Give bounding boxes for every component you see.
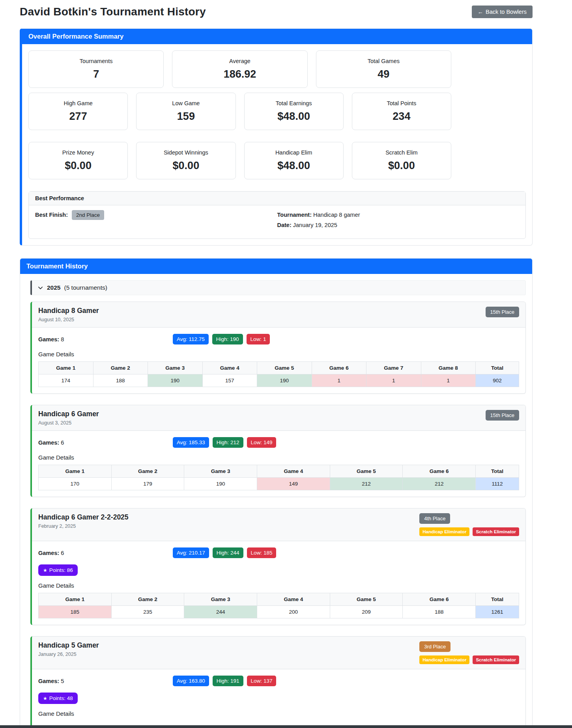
best-performance-body: Best Finish: 2nd Place Tournament: Handi… xyxy=(29,205,525,238)
stat-value: $0.00 xyxy=(140,160,231,172)
game-details-table: Game 1Game 2Game 3Game 4Game 5Game 6Tota… xyxy=(38,465,519,490)
games-count: 5 xyxy=(61,678,64,684)
score-stat-badge: Avg: 112.75 xyxy=(173,334,209,344)
stat-value: 7 xyxy=(33,68,159,80)
game-score-cell: 1261 xyxy=(476,606,519,618)
best-date-value: January 19, 2025 xyxy=(293,222,337,228)
stat-label: Scratch Elim xyxy=(356,149,447,156)
game-column-header: Total xyxy=(476,593,519,606)
stats-grid: Tournaments 7 Average 186.92 Total Games… xyxy=(28,50,526,179)
games-count: 6 xyxy=(61,550,64,556)
game-column-header: Game 4 xyxy=(202,362,257,374)
stat-value: $0.00 xyxy=(33,160,123,172)
points-row: ★Points: 86 xyxy=(38,564,519,576)
tournament-card-body: Games: 6 Avg: 210.17High: 244Low: 185 ★P… xyxy=(32,541,525,625)
game-column-header: Game 2 xyxy=(111,465,184,478)
eliminator-badges: Handicap EliminatorScratch Eliminator xyxy=(419,655,519,664)
stat-value: 159 xyxy=(140,110,231,123)
stat-label: Total Earnings xyxy=(249,100,339,106)
eliminator-badge: Handicap Eliminator xyxy=(419,527,469,536)
tournament-card-body: Games: 8 Avg: 112.75High: 190Low: 1 Game… xyxy=(32,328,525,393)
chevron-down-icon xyxy=(37,285,43,291)
stat-box: Prize Money $0.00 xyxy=(28,142,128,179)
back-button-label: Back to Bowlers xyxy=(486,9,527,15)
tournament-badges-block: 3rd Place Handicap EliminatorScratch Eli… xyxy=(419,641,519,664)
games-count: 6 xyxy=(61,439,64,446)
stats-row: High Game 277 Low Game 159 Total Earning… xyxy=(28,93,451,130)
stat-value: 49 xyxy=(320,68,447,80)
tournament-card-header: Handicap 6 Gamer 2-2-2025 February 2, 20… xyxy=(32,508,525,541)
game-column-header: Game 6 xyxy=(403,593,476,606)
game-column-header: Game 4 xyxy=(257,593,330,606)
stat-value: 186.92 xyxy=(176,68,303,80)
games-row: Games: 6 Avg: 185.33High: 212Low: 149 xyxy=(38,437,519,448)
stat-label: Sidepot Winnings xyxy=(140,149,231,156)
tournament-history-card: Tournament History 2025 (5 tournaments) … xyxy=(20,258,533,728)
game-column-header: Total xyxy=(476,362,519,374)
score-stat-badge: High: 190 xyxy=(212,334,243,344)
stats-row: Tournaments 7 Average 186.92 Total Games… xyxy=(28,50,451,88)
score-stat-badge: Low: 137 xyxy=(247,676,277,686)
year-label: 2025 xyxy=(47,284,60,291)
points-badge: ★Points: 86 xyxy=(38,564,78,576)
best-finish-badge: 2nd Place xyxy=(72,210,104,220)
tournament-title-block: Handicap 6 Gamer 2-2-2025 February 2, 20… xyxy=(38,513,129,536)
game-column-header: Game 4 xyxy=(257,465,330,478)
game-column-header: Game 2 xyxy=(111,593,184,606)
history-card-header: Tournament History xyxy=(20,259,532,274)
game-score-cell: 1 xyxy=(366,374,421,387)
stats-row: Prize Money $0.00 Sidepot Winnings $0.00… xyxy=(28,142,451,179)
stat-box: Handicap Elim $48.00 xyxy=(244,142,344,179)
games-count-block: Games: 6 xyxy=(38,550,173,556)
page-header: David Botkin's Tournament History ← Back… xyxy=(20,0,533,18)
game-score-cell: 212 xyxy=(403,478,476,490)
tournament-title-block: Handicap 5 Gamer January 26, 2025 xyxy=(38,641,99,664)
game-score-cell: 185 xyxy=(39,606,112,618)
game-column-header: Total xyxy=(476,465,519,478)
eliminator-badge: Scratch Eliminator xyxy=(473,655,519,664)
stat-box: Scratch Elim $0.00 xyxy=(352,142,451,179)
tournament-card-body: Games: 6 Avg: 185.33High: 212Low: 149 Ga… xyxy=(32,431,525,497)
stat-value: $0.00 xyxy=(356,160,447,172)
games-count-block: Games: 6 xyxy=(38,439,173,446)
best-date-label: Date: xyxy=(277,222,292,228)
summary-card-body: Tournaments 7 Average 186.92 Total Games… xyxy=(22,44,532,245)
tournament-date: August 3, 2025 xyxy=(38,420,99,426)
best-tournament-label: Tournament: xyxy=(277,212,312,218)
score-stat-badges: Avg: 210.17High: 244Low: 185 xyxy=(173,547,280,558)
game-column-header: Game 3 xyxy=(184,593,257,606)
game-score-cell: 188 xyxy=(93,374,148,387)
year-group-toggle-2025[interactable]: 2025 (5 tournaments) xyxy=(30,280,526,295)
best-tournament-column: Tournament: Handicap 8 gamer Date: Janua… xyxy=(277,212,520,232)
game-score-cell: 1112 xyxy=(476,478,519,490)
games-count-block: Games: 8 xyxy=(38,336,173,343)
game-column-header: Game 1 xyxy=(39,465,112,478)
back-to-bowlers-button[interactable]: ← Back to Bowlers xyxy=(472,6,533,18)
games-label: Games: xyxy=(38,336,59,343)
game-details-header-row: Game 1Game 2Game 3Game 4Game 5Game 6Tota… xyxy=(39,593,519,606)
stat-label: Total Points xyxy=(356,100,447,106)
game-details-score-row: 174188190157190111902 xyxy=(39,374,519,387)
stat-label: Low Game xyxy=(140,100,231,106)
game-details-label: Game Details xyxy=(38,351,519,357)
place-badge: 15th Place xyxy=(486,410,519,421)
game-column-header: Game 2 xyxy=(93,362,148,374)
game-score-cell: 190 xyxy=(148,374,203,387)
stat-box: Sidepot Winnings $0.00 xyxy=(136,142,236,179)
stat-value: 234 xyxy=(356,110,447,123)
score-stat-badge: High: 212 xyxy=(213,437,243,448)
games-count: 8 xyxy=(61,336,64,343)
stat-box: High Game 277 xyxy=(28,93,128,130)
tournament-card-header: Handicap 8 Gamer August 10, 2025 15th Pl… xyxy=(32,302,525,328)
stat-value: 277 xyxy=(33,110,123,123)
score-stat-badges: Avg: 112.75High: 190Low: 1 xyxy=(173,334,273,344)
tournament-list: Handicap 8 Gamer August 10, 2025 15th Pl… xyxy=(26,302,526,728)
page: David Botkin's Tournament History ← Back… xyxy=(0,0,572,728)
back-arrow-icon: ← xyxy=(478,9,484,15)
game-score-cell: 190 xyxy=(257,374,312,387)
game-score-cell: 157 xyxy=(202,374,257,387)
game-score-cell: 235 xyxy=(111,606,184,618)
eliminator-badge: Handicap Eliminator xyxy=(419,655,469,664)
bottom-edge-bar xyxy=(0,725,572,728)
score-stat-badge: High: 191 xyxy=(213,676,243,686)
